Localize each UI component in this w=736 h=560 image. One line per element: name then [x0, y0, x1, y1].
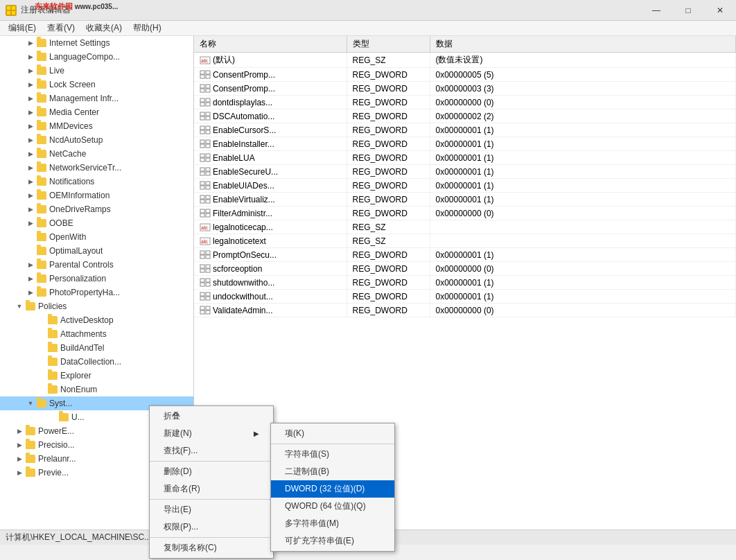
tree-label: OneDriveRamps: [49, 204, 111, 214]
cm-copy-name[interactable]: 复制项名称(C): [150, 539, 273, 557]
tree-item-nonenum[interactable]: NonEnum: [0, 383, 193, 396]
cm-permissions[interactable]: 权限(P)...: [150, 518, 273, 536]
sm-separator: [271, 444, 394, 444]
svg-rect-34: [206, 158, 210, 161]
svg-rect-76: [206, 310, 210, 314]
tree-item-datacollection[interactable]: DataCollection...: [0, 355, 193, 369]
table-row[interactable]: PromptOnSecu... REG_DWORD 0x00000001 (1): [194, 248, 736, 262]
svg-rect-8: [206, 71, 210, 74]
svg-rect-24: [206, 126, 210, 130]
tree-item-photoproperty[interactable]: ▶ PhotoPropertyHa...: [0, 286, 193, 299]
tree-item-networkservice[interactable]: ▶ NetworkServiceTr...: [0, 161, 193, 175]
table-row[interactable]: shutdownwitho... REG_DWORD 0x00000001 (1…: [194, 276, 736, 290]
minimize-button[interactable]: —: [640, 0, 672, 21]
table-row[interactable]: EnableSecureU... REG_DWORD 0x00000001 (1…: [194, 165, 736, 179]
table-row[interactable]: ab| legalnoticecap... REG_SZ: [194, 220, 736, 234]
tree-item-oobe[interactable]: ▶ OOBE: [0, 216, 193, 230]
window-controls: — □ ✕: [640, 0, 736, 21]
table-row[interactable]: ab| (默认) REG_SZ (数值未设置): [194, 53, 736, 68]
tree-item-lock-screen[interactable]: ▶ Lock Screen: [0, 78, 193, 91]
sm-item-binary[interactable]: 二进制值(B): [271, 463, 394, 480]
cm-fold[interactable]: 折叠: [150, 408, 273, 425]
td-data: (数值未设置): [430, 53, 736, 68]
menu-help[interactable]: 帮助(H): [128, 21, 167, 35]
sm-item-string[interactable]: 字符串值(S): [271, 446, 394, 463]
table-row[interactable]: scforceoption REG_DWORD 0x00000000 (0): [194, 262, 736, 276]
tree-item-onedriveramps[interactable]: ▶ OneDriveRamps: [0, 202, 193, 216]
tree-item-buildandtel[interactable]: BuildAndTel: [0, 341, 193, 355]
svg-rect-2: [7, 11, 10, 15]
tree-item-attachments[interactable]: Attachments: [0, 327, 193, 341]
svg-rect-32: [206, 154, 210, 157]
svg-rect-15: [200, 98, 204, 102]
table-row[interactable]: EnableInstaller... REG_DWORD 0x00000001 …: [194, 137, 736, 151]
table-row[interactable]: EnableCursorS... REG_DWORD 0x00000001 (1…: [194, 123, 736, 137]
tree-item-netcache[interactable]: ▶ NetCache: [0, 147, 193, 161]
tree-item-ncdautosetup[interactable]: ▶ NcdAutoSetup: [0, 133, 193, 147]
tree-label: ActiveDesktop: [60, 315, 114, 325]
td-type: REG_DWORD: [347, 262, 430, 276]
svg-rect-37: [200, 172, 204, 175]
table-row[interactable]: undockwithout... REG_DWORD 0x00000001 (1…: [194, 290, 736, 304]
tree-item-activedesktop[interactable]: ActiveDesktop: [0, 313, 193, 327]
tree-label: Internet Settings: [49, 38, 109, 48]
tree-item-internet-settings[interactable]: ▶ Internet Settings: [0, 36, 193, 50]
td-name: EnableCursorS...: [194, 123, 347, 137]
tree-item-management[interactable]: ▶ Management Infr...: [0, 91, 193, 105]
td-data: 0x00000001 (1): [430, 123, 736, 137]
table-row[interactable]: DSCAutomatio... REG_DWORD 0x00000002 (2): [194, 110, 736, 123]
tree-item-openwith[interactable]: OpenWith: [0, 230, 193, 244]
cm-rename[interactable]: 重命名(R): [150, 480, 273, 498]
svg-rect-25: [200, 130, 204, 134]
tree-item-explorer[interactable]: Explorer: [0, 369, 193, 383]
sm-item-dword[interactable]: DWORD (32 位值)(D): [271, 480, 394, 498]
svg-rect-46: [206, 200, 210, 203]
tree-item-personalization[interactable]: ▶ Personalization: [0, 272, 193, 286]
tree-label: PhotoPropertyHa...: [49, 288, 120, 297]
tree-item-live[interactable]: ▶ Live: [0, 64, 193, 78]
table-row[interactable]: ConsentPromp... REG_DWORD 0x00000003 (3): [194, 82, 736, 96]
folder-icon: [47, 315, 58, 325]
td-data: [430, 234, 736, 248]
sm-item-multistring[interactable]: 多字符串值(M): [271, 515, 394, 532]
td-name: undockwithout...: [194, 290, 347, 304]
sm-item-expandstring[interactable]: 可扩充字符串值(E): [271, 532, 394, 550]
sm-item-qword[interactable]: QWORD (64 位值)(Q): [271, 498, 394, 515]
table-row[interactable]: EnableVirtualiz... REG_DWORD 0x00000001 …: [194, 193, 736, 207]
reg-name-label: ConsentPromp...: [213, 84, 275, 94]
expander-icon: [25, 245, 36, 256]
menu-edit[interactable]: 编辑(E): [3, 21, 42, 35]
cm-find[interactable]: 查找(F)...: [150, 442, 273, 460]
menu-favorites[interactable]: 收藏夹(A): [80, 21, 128, 35]
td-type: REG_SZ: [347, 234, 430, 248]
close-button[interactable]: ✕: [704, 0, 736, 21]
tree-item-policies[interactable]: ▼ Policies: [0, 299, 193, 313]
td-name: FilterAdministr...: [194, 207, 347, 220]
table-row[interactable]: FilterAdministr... REG_DWORD 0x00000000 …: [194, 207, 736, 220]
table-row[interactable]: EnableUIADes... REG_DWORD 0x00000001 (1): [194, 179, 736, 193]
menu-view[interactable]: 查看(V): [42, 21, 80, 35]
table-row[interactable]: EnableLUA REG_DWORD 0x00000001 (1): [194, 151, 736, 165]
tree-item-optimallayout[interactable]: OptimalLayout: [0, 244, 193, 258]
context-menu: 折叠 新建(N) ▶ 查找(F)... 删除(D) 重命名(R) 导出(E) 权…: [149, 405, 274, 559]
tree-item-media-center[interactable]: ▶ Media Center: [0, 105, 193, 119]
maximize-button[interactable]: □: [672, 0, 704, 21]
tree-item-mmdevices[interactable]: ▶ MMDevices: [0, 119, 193, 133]
tree-item-languagecompo[interactable]: ▶ LanguageCompo...: [0, 50, 193, 64]
table-row[interactable]: ValidateAdmin... REG_DWORD 0x00000000 (0…: [194, 304, 736, 317]
cm-delete[interactable]: 删除(D): [150, 463, 273, 480]
sm-item-key[interactable]: 项(K): [271, 425, 394, 442]
table-row[interactable]: ConsentPromp... REG_DWORD 0x00000005 (5): [194, 68, 736, 82]
cm-export[interactable]: 导出(E): [150, 501, 273, 518]
svg-rect-41: [200, 186, 204, 189]
tree-label: LanguageCompo...: [49, 52, 120, 62]
svg-rect-75: [200, 310, 204, 314]
table-row[interactable]: ab| legalnoticetext REG_SZ: [194, 234, 736, 248]
tree-item-parental-controls[interactable]: ▶ Parental Controls: [0, 258, 193, 272]
td-type: REG_DWORD: [347, 193, 430, 207]
menu-bar: 编辑(E) 查看(V) 收藏夹(A) 帮助(H): [0, 21, 736, 36]
table-row[interactable]: dontdisplaylas... REG_DWORD 0x00000000 (…: [194, 96, 736, 110]
tree-item-notifications[interactable]: ▶ Notifications: [0, 175, 193, 189]
tree-item-oeminformation[interactable]: ▶ OEMInformation: [0, 189, 193, 202]
cm-new[interactable]: 新建(N) ▶: [150, 425, 273, 442]
